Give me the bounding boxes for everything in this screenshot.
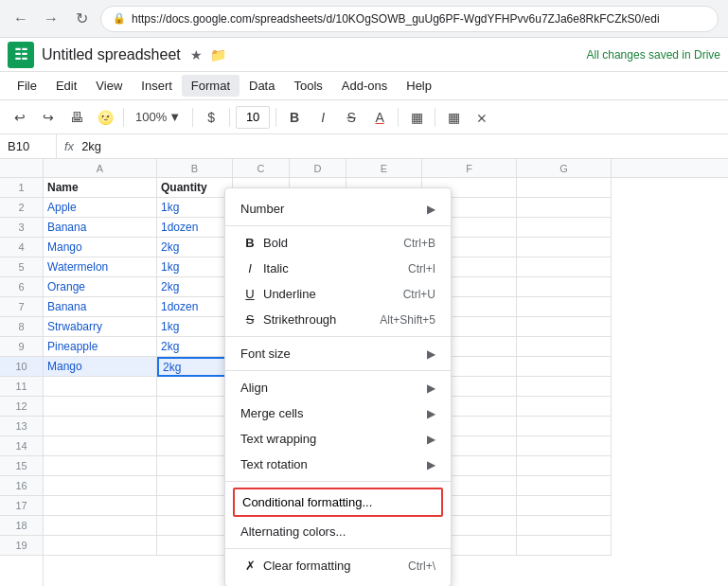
cell-b3[interactable]: 1dozen: [157, 218, 233, 238]
back-button[interactable]: ←: [9, 8, 32, 30]
undo-button[interactable]: ↩: [8, 105, 32, 130]
cell-a6[interactable]: Orange: [44, 277, 157, 297]
menu-addons[interactable]: Add-ons: [332, 75, 397, 97]
cell-b17[interactable]: [157, 496, 233, 516]
menu-view[interactable]: View: [86, 75, 132, 97]
cell-g14[interactable]: [517, 436, 612, 456]
menu-help[interactable]: Help: [397, 75, 441, 97]
col-header-e[interactable]: E: [346, 159, 422, 177]
cell-b6[interactable]: 2kg: [157, 277, 233, 297]
col-header-g[interactable]: G: [517, 159, 612, 177]
cell-g15[interactable]: [517, 456, 612, 476]
cell-g11[interactable]: [517, 377, 612, 397]
italic-button[interactable]: I: [311, 105, 335, 130]
forward-button[interactable]: →: [40, 8, 62, 30]
menu-tools[interactable]: Tools: [284, 75, 331, 97]
cell-a16[interactable]: [44, 476, 157, 496]
bold-button[interactable]: B: [282, 105, 307, 130]
strikethrough-button[interactable]: S: [339, 105, 364, 130]
menu-format[interactable]: Format: [182, 75, 240, 97]
cell-b7[interactable]: 1dozen: [157, 297, 233, 317]
address-bar[interactable]: 🔒 https://docs.google.com/spreadsheets/d…: [100, 6, 719, 32]
cell-g2[interactable]: [517, 198, 612, 218]
zoom-selector[interactable]: 100% ▼: [130, 108, 186, 126]
cell-b11[interactable]: [157, 377, 233, 397]
cell-a2[interactable]: Apple: [44, 198, 157, 218]
cell-a10[interactable]: Mango: [44, 357, 157, 377]
cell-b14[interactable]: [157, 436, 233, 456]
cell-g4[interactable]: [517, 238, 612, 257]
menu-item-clear-formatting[interactable]: ✗ Clear formatting Ctrl+\: [225, 553, 451, 578]
cell-g16[interactable]: [517, 476, 612, 496]
cell-a5[interactable]: Watermelon: [44, 257, 157, 277]
cell-a9[interactable]: Pineapple: [44, 337, 157, 357]
cell-b8[interactable]: 1kg: [157, 317, 233, 337]
merge-button[interactable]: ⨯: [470, 105, 494, 130]
menu-insert[interactable]: Insert: [132, 75, 182, 97]
font-size-box[interactable]: 10: [236, 106, 270, 129]
col-header-a[interactable]: A: [44, 159, 157, 177]
cell-g7[interactable]: [517, 297, 612, 317]
menu-data[interactable]: Data: [240, 75, 284, 97]
cell-a8[interactable]: Strwabarry: [44, 317, 157, 337]
cell-b1[interactable]: Quantity: [157, 178, 233, 198]
menu-item-bold[interactable]: B Bold Ctrl+B: [225, 230, 451, 256]
cell-b4[interactable]: 2kg: [157, 238, 233, 257]
document-title[interactable]: Untitled spreadsheet: [42, 46, 181, 63]
menu-item-align[interactable]: Align ▶: [225, 375, 451, 400]
menu-file[interactable]: File: [8, 75, 46, 97]
fill-color-button[interactable]: ▦: [404, 105, 429, 130]
cell-b5[interactable]: 1kg: [157, 257, 233, 277]
cell-g10[interactable]: [517, 357, 612, 377]
borders-button[interactable]: ▦: [441, 105, 466, 130]
menu-item-alternating-colors[interactable]: Alternating colors...: [225, 519, 451, 544]
cell-b13[interactable]: [157, 417, 233, 436]
cell-a14[interactable]: [44, 436, 157, 456]
cell-a15[interactable]: [44, 456, 157, 476]
cell-a1[interactable]: Name: [44, 178, 157, 198]
cell-a12[interactable]: [44, 397, 157, 417]
paint-format-button[interactable]: 🌝: [93, 105, 117, 130]
menu-item-underline[interactable]: U Underline Ctrl+U: [225, 281, 451, 307]
folder-icon[interactable]: 📁: [208, 45, 228, 64]
menu-edit[interactable]: Edit: [46, 75, 86, 97]
cell-g12[interactable]: [517, 397, 612, 417]
cell-a17[interactable]: [44, 496, 157, 516]
cell-a19[interactable]: [44, 536, 157, 556]
col-header-d[interactable]: D: [290, 159, 346, 177]
cell-g6[interactable]: [517, 277, 612, 297]
cell-a11[interactable]: [44, 377, 157, 397]
col-header-c[interactable]: C: [233, 159, 290, 177]
menu-item-text-wrapping[interactable]: Text wrapping ▶: [225, 426, 451, 452]
font-color-button[interactable]: A: [367, 105, 392, 130]
cell-reference-box[interactable]: B10: [0, 134, 57, 158]
cell-a7[interactable]: Banana: [44, 297, 157, 317]
reload-button[interactable]: ↻: [70, 8, 93, 30]
cell-g3[interactable]: [517, 218, 612, 238]
cell-g8[interactable]: [517, 317, 612, 337]
cell-a13[interactable]: [44, 417, 157, 436]
cell-g13[interactable]: [517, 417, 612, 436]
col-header-b[interactable]: B: [157, 159, 233, 177]
currency-button[interactable]: $: [199, 105, 223, 130]
menu-item-strikethrough[interactable]: S Strikethrough Alt+Shift+5: [225, 307, 451, 332]
col-header-f[interactable]: F: [422, 159, 517, 177]
redo-button[interactable]: ↪: [36, 105, 61, 130]
cell-b19[interactable]: [157, 536, 233, 556]
cell-g1[interactable]: [517, 178, 612, 198]
cell-a3[interactable]: Banana: [44, 218, 157, 238]
print-button[interactable]: 🖶: [64, 105, 89, 130]
cell-b2[interactable]: 1kg: [157, 198, 233, 218]
star-icon[interactable]: ★: [188, 45, 204, 64]
cell-b10[interactable]: 2kg: [157, 357, 233, 377]
cell-b16[interactable]: [157, 476, 233, 496]
menu-item-italic[interactable]: I Italic Ctrl+I: [225, 256, 451, 281]
menu-item-merge-cells[interactable]: Merge cells ▶: [225, 400, 451, 426]
cell-b15[interactable]: [157, 456, 233, 476]
menu-item-text-rotation[interactable]: Text rotation ▶: [225, 452, 451, 477]
cell-b18[interactable]: [157, 516, 233, 536]
cell-g5[interactable]: [517, 257, 612, 277]
cell-g9[interactable]: [517, 337, 612, 357]
cell-a18[interactable]: [44, 516, 157, 536]
cell-a4[interactable]: Mango: [44, 238, 157, 257]
